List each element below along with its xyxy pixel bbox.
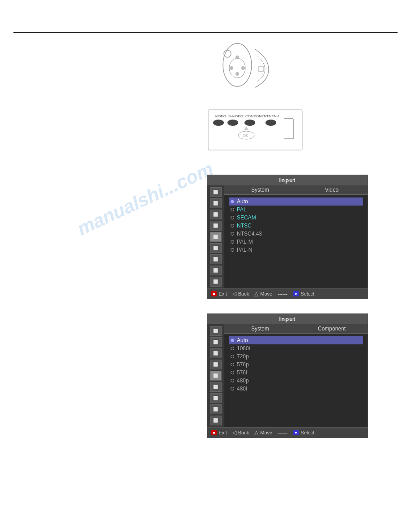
- sidebar-icon-2-monitor2: ⬜: [210, 337, 222, 347]
- remote-diagram: [206, 40, 295, 99]
- watermark: manualshi...com: [74, 158, 217, 240]
- svg-text:MENU: MENU: [269, 114, 279, 118]
- move-btn-1: △ Move: [254, 291, 272, 297]
- sidebar-icon-2-hand: ⬜: [210, 382, 222, 392]
- svg-text:COMPONENT: COMPONENT: [245, 114, 269, 118]
- move-arrow-2: △: [254, 429, 258, 436]
- top-divider: [13, 32, 398, 33]
- menu-footer-1: ■ Exit ◁ Back △ Move ------ ● Select: [207, 288, 368, 299]
- select-btn-1[interactable]: ● Select: [293, 291, 314, 296]
- input-menu-component: Input ⬜ ⬜ ⬜ ⬜ ⬜ ⬜ ⬜ ⬜ ⬜ System Component…: [207, 313, 368, 438]
- menu-item-ntsc[interactable]: NTSC: [229, 222, 363, 230]
- menu-item-1080i[interactable]: 1080i: [229, 344, 363, 352]
- back-btn-2: ◁ Back: [232, 429, 249, 436]
- sidebar-icon-2-image: ⬜: [210, 360, 222, 369]
- exit-btn-2: ■ Exit: [211, 430, 227, 435]
- menu-sidebar-2: ⬜ ⬜ ⬜ ⬜ ⬜ ⬜ ⬜ ⬜ ⬜: [207, 324, 224, 427]
- svg-point-13: [213, 120, 224, 126]
- dash-btn-2: ------: [278, 430, 287, 435]
- svg-text:VIDEO: VIDEO: [215, 114, 226, 118]
- move-btn-2: △ Move: [254, 429, 272, 436]
- menu-item-576p[interactable]: 576p: [229, 360, 363, 369]
- exit-icon-1: ■: [211, 291, 217, 296]
- sidebar-icon-hand: ⬜: [210, 243, 222, 253]
- menu-item-secam[interactable]: SECAM: [229, 214, 363, 222]
- menu-item-pal[interactable]: PAL: [229, 206, 363, 214]
- sidebar-icon-monitor2: ⬜: [210, 198, 222, 208]
- sidebar-icon-2-monitor3: ⬜: [210, 348, 222, 358]
- svg-text:OK: OK: [243, 133, 248, 138]
- menu-item-auto-1[interactable]: Auto: [229, 197, 363, 206]
- sidebar-icon-person: ⬜: [210, 232, 222, 242]
- sidebar-icon-grid: ⬜: [210, 266, 222, 275]
- menu-footer-2: ■ Exit ◁ Back △ Move ------ ● Select: [207, 427, 368, 438]
- menu-item-720p[interactable]: 720p: [229, 352, 363, 360]
- menu-col-system-2: System: [224, 324, 296, 334]
- back-arrow-2: ◁: [232, 429, 236, 436]
- menu-col-video: Video: [296, 185, 368, 195]
- select-btn-2[interactable]: ● Select: [293, 430, 314, 435]
- svg-rect-3: [259, 66, 263, 72]
- sidebar-icon-2-info: ⬜: [210, 416, 222, 425]
- svg-point-14: [227, 120, 238, 126]
- sidebar-icon-link: ⬜: [210, 254, 222, 264]
- sidebar-icon-image: ⬜: [210, 221, 222, 231]
- svg-marker-17: [244, 126, 248, 130]
- select-icon-1: ●: [293, 291, 299, 296]
- menu-title-2: Input: [207, 314, 368, 324]
- menu-col-system-1: System: [224, 185, 296, 195]
- sidebar-icon-2-monitor: ⬜: [210, 326, 222, 336]
- svg-point-4: [235, 56, 239, 59]
- sidebar-icon-info: ⬜: [210, 277, 222, 287]
- sidebar-icon-2-link: ⬜: [210, 393, 222, 403]
- button-panel-diagram: VIDEO S-VIDEO COMPONENT MENU OK: [206, 107, 304, 152]
- svg-text:S-VIDEO: S-VIDEO: [228, 114, 243, 118]
- input-menu-video: Input ⬜ ⬜ ⬜ ⬜ ⬜ ⬜ ⬜ ⬜ ⬜ System Video Aut…: [207, 175, 368, 299]
- sidebar-icon-monitor3: ⬜: [210, 210, 222, 219]
- sidebar-icon-2-grid: ⬜: [210, 404, 222, 414]
- menu-content-1: Auto PAL SECAM NTSC NTSC4.43: [224, 195, 368, 288]
- back-btn-1: ◁ Back: [232, 291, 249, 297]
- menu-item-auto-2[interactable]: Auto: [229, 336, 363, 344]
- sidebar-icon-monitor: ⬜: [210, 187, 222, 197]
- menu-item-480p[interactable]: 480p: [229, 377, 363, 385]
- menu-col-component: Component: [296, 324, 368, 334]
- menu-item-480i[interactable]: 480i: [229, 385, 363, 393]
- menu-item-ntsc443[interactable]: NTSC4.43: [229, 230, 363, 238]
- menu-item-paln[interactable]: PAL-N: [229, 246, 363, 254]
- menu-content-2: Auto 1080i 720p 576p 576i: [224, 334, 368, 427]
- svg-point-7: [235, 72, 239, 76]
- menu-item-576i[interactable]: 576i: [229, 369, 363, 377]
- menu-item-palm[interactable]: PAL-M: [229, 238, 363, 246]
- sidebar-icon-2-person: ⬜: [210, 371, 222, 381]
- svg-point-5: [230, 66, 233, 70]
- menu-title-1: Input: [207, 175, 368, 185]
- dash-btn-1: ------: [278, 291, 287, 296]
- select-icon-2: ●: [293, 430, 299, 435]
- exit-icon-2: ■: [211, 430, 217, 435]
- menu-sidebar-1: ⬜ ⬜ ⬜ ⬜ ⬜ ⬜ ⬜ ⬜ ⬜: [207, 185, 224, 288]
- back-arrow-1: ◁: [232, 291, 236, 297]
- exit-btn-1: ■ Exit: [211, 291, 227, 296]
- move-arrow-1: △: [254, 291, 258, 297]
- svg-point-15: [244, 120, 255, 126]
- svg-point-6: [241, 66, 245, 70]
- svg-point-16: [265, 120, 276, 126]
